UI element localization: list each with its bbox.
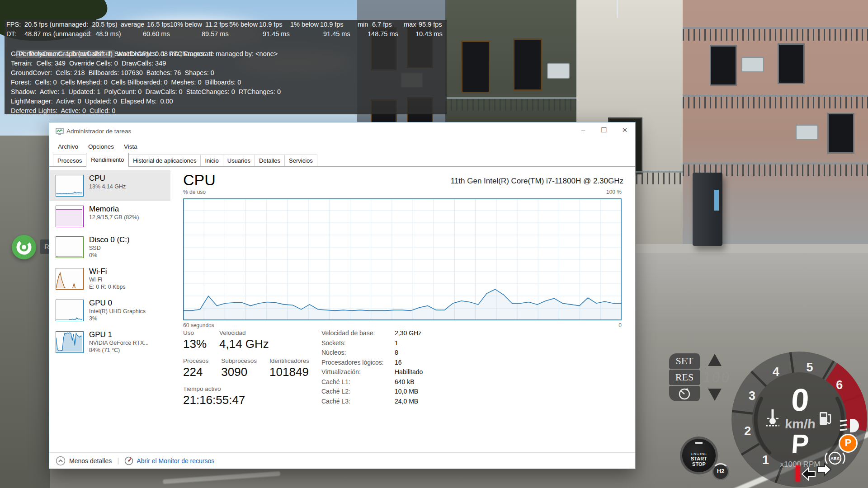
dt-label: DT: — [6, 29, 16, 39]
stat-value: 3090 — [221, 365, 257, 379]
sidebar-item-wifi[interactable]: Wi-FiWi-FiE: 0 R: 0 Kbps — [49, 263, 170, 295]
debug-line: GroundCover: Cells: 218 Billboards: 1076… — [5, 68, 447, 78]
cruise-res-button[interactable]: RES — [669, 370, 700, 385]
cruise-up-arrow[interactable] — [708, 354, 722, 366]
resource-monitor-link[interactable]: Abrir el Monitor de recursos — [124, 456, 214, 465]
menu-vista[interactable]: Vista — [119, 143, 142, 150]
spec-row: Sockets:1 — [321, 339, 423, 347]
sidebar-title: Memoria — [89, 205, 139, 214]
svg-text:ABS: ABS — [830, 456, 840, 461]
cpu-usage-chart[interactable] — [183, 198, 622, 320]
fps-col-label: max — [404, 20, 416, 29]
sidebar-item-memoria[interactable]: Memoria12,9/15,7 GB (82%) — [49, 201, 170, 232]
h2-badge: H2 — [712, 463, 729, 480]
spec-row: Caché L1:640 kB — [321, 378, 423, 385]
menu-opciones[interactable]: Opciones — [83, 143, 119, 150]
speed-limiter-icon — [678, 387, 691, 400]
dt-col-value: 89.57 ms — [202, 29, 229, 39]
fps-col-label: min — [358, 20, 368, 29]
tab-procesos[interactable]: Procesos — [53, 155, 86, 167]
performance-debug-overlay: FPS:20.5 fps (unmanaged: 20.5 fps)averag… — [5, 20, 447, 114]
svg-text:5: 5 — [806, 361, 813, 374]
fps-col-value: 16.5 fps — [147, 20, 170, 29]
sidebar-item-gpu0[interactable]: GPU 0Intel(R) UHD Graphics3% — [49, 295, 170, 327]
close-button[interactable]: ✕ — [614, 122, 635, 139]
axis-label-60s: 60 segundos — [183, 322, 214, 328]
menu-archivo[interactable]: Archivo — [53, 143, 83, 150]
sidebar-title: GPU 0 — [89, 299, 146, 308]
title-bar[interactable]: Administrador de tareas – ☐ ✕ — [49, 122, 635, 141]
svg-text:6: 6 — [836, 378, 843, 392]
fps-col-value: 10.9 fps — [259, 20, 283, 29]
cruise-limiter-button[interactable] — [669, 386, 700, 401]
start-label: START — [682, 456, 716, 461]
stat-label: Procesos — [183, 357, 208, 364]
tab-historial-de-aplicaciones[interactable]: Historial de aplicaciones — [128, 155, 201, 167]
svg-text:2: 2 — [744, 424, 751, 438]
stat-value: 13% — [183, 337, 207, 351]
debug-stat-lines: GFX: PolyCount: -1 DrawCalls: -1 StateCh… — [5, 49, 447, 114]
sidebar-subtext: 3% — [89, 315, 146, 322]
fps-col-value: 10.9 fps — [320, 20, 344, 29]
task-manager-app-icon — [56, 128, 64, 135]
axis-label-0: 0 — [618, 322, 622, 328]
fuel-icon — [818, 410, 833, 427]
seven-segment-display: 100 — [702, 369, 731, 385]
sidebar-title: Disco 0 (C:) — [89, 235, 130, 244]
tab-inicio[interactable]: Inicio — [200, 155, 223, 167]
sidebar-subtext: Intel(R) UHD Graphics — [89, 308, 146, 315]
svg-text:4: 4 — [773, 365, 779, 379]
performance-sidebar: CPU13% 4,14 GHzMemoria12,9/15,7 GB (82%)… — [49, 170, 170, 358]
stat-value: 21:16:55:47 — [183, 393, 245, 407]
stat-value: 4,14 GHz — [219, 337, 269, 351]
sidebar-item-cpu[interactable]: CPU13% 4,14 GHz — [49, 170, 170, 201]
maximize-button[interactable]: ☐ — [594, 122, 614, 139]
stat-label: Subprocesos — [221, 357, 257, 364]
stat-label: Velocidad — [219, 329, 269, 336]
fps-col-value: 6.7 fps — [372, 20, 392, 29]
spec-row: Virtualización:Habilitado — [321, 368, 423, 375]
stat-value: 101849 — [269, 365, 309, 379]
spec-row: Velocidad de base:2,30 GHz — [321, 329, 423, 337]
svg-text:3: 3 — [749, 389, 755, 403]
dt-current: 48.87 ms (unmanaged: 48.9 ms) — [24, 29, 121, 39]
debug-line: LightManager: Active: 0 Updated: 0 Elaps… — [5, 97, 447, 106]
tachometer-needle — [796, 465, 800, 482]
task-manager-window: Administrador de tareas – ☐ ✕ ArchivoOpc… — [49, 122, 636, 469]
resource-monitor-label: Abrir el Monitor de recursos — [137, 457, 214, 465]
sidebar-thumbnail-wifi — [56, 268, 84, 290]
sidebar-thumbnail-memoria — [56, 206, 84, 227]
tab-rendimiento[interactable]: Rendimiento — [86, 153, 129, 167]
sidebar-subtext: 0% — [89, 252, 130, 259]
sidebar-subtext: E: 0 R: 0 Kbps — [89, 283, 126, 291]
spec-row: Núcleos:8 — [321, 349, 423, 356]
window-footer: Menos detalles | Abrir el Monitor de rec… — [49, 452, 635, 469]
sidebar-title: GPU 1 — [89, 330, 149, 339]
sidebar-item-gpu1[interactable]: GPU 1NVIDIA GeForce RTX...84% (71 °C) — [49, 327, 170, 358]
headlight-icon — [838, 418, 860, 434]
dt-col-value: 91.45 ms — [323, 29, 350, 39]
minimize-button[interactable]: – — [573, 122, 594, 139]
tab-servicios[interactable]: Servicios — [284, 155, 317, 167]
dt-col-value: 148.75 ms — [368, 29, 398, 39]
sidebar-item-disco[interactable]: Disco 0 (C:)SSD0% — [49, 232, 170, 263]
less-details-button[interactable]: Menos detalles — [56, 456, 112, 466]
resource-monitor-icon — [124, 456, 133, 465]
window-title: Administrador de tareas — [66, 128, 131, 135]
dt-col-value: 60.60 ms — [143, 29, 170, 39]
tab-detalles[interactable]: Detalles — [255, 155, 285, 167]
stat-value: 224 — [183, 365, 208, 379]
spec-row: Caché L3:24,0 MB — [321, 398, 423, 405]
tab-usuarios[interactable]: Usuarios — [223, 155, 255, 167]
stat-label: Tiempo activo — [183, 385, 245, 392]
debug-line: Shadow: Active: 1 Updated: 1 PolyCount: … — [5, 87, 447, 97]
cruise-set-button[interactable]: SET — [669, 353, 700, 369]
cruise-down-arrow[interactable] — [708, 389, 722, 401]
fps-col-value: 95.9 fps — [419, 20, 442, 29]
sidebar-title: Wi-Fi — [89, 267, 126, 276]
sidebar-title: CPU — [89, 174, 126, 183]
fps-col-label: 1% below — [290, 20, 319, 29]
cpu-big-stats: Uso13%Velocidad4,14 GHzProcesos224Subpro… — [183, 329, 322, 413]
turn-signal-right-icon — [816, 462, 832, 477]
spec-row: Caché L2:10,0 MB — [321, 388, 423, 395]
